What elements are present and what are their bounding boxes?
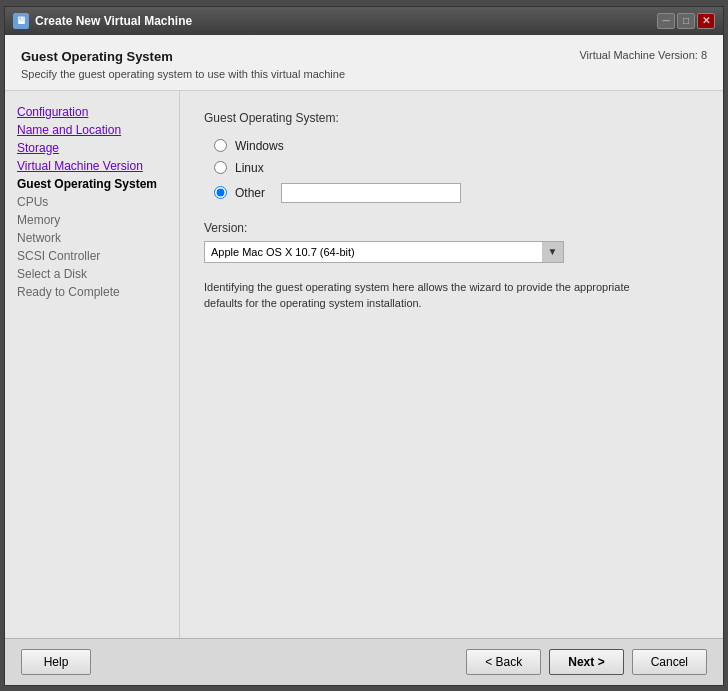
sidebar-item-guest-os: Guest Operating System bbox=[13, 175, 171, 193]
footer-right: < Back Next > Cancel bbox=[466, 649, 707, 675]
title-bar-left: 🖥 Create New Virtual Machine bbox=[13, 13, 192, 29]
minimize-button[interactable]: ─ bbox=[657, 13, 675, 29]
window-icon: 🖥 bbox=[13, 13, 29, 29]
radio-windows-label[interactable]: Windows bbox=[235, 139, 284, 153]
footer-left: Help bbox=[21, 649, 91, 675]
sidebar-item-network: Network bbox=[13, 229, 171, 247]
content-area: Guest Operating System: Windows Linux Ot… bbox=[180, 91, 723, 638]
sidebar-item-name-and-location[interactable]: Name and Location bbox=[13, 121, 171, 139]
other-text-input[interactable] bbox=[281, 183, 461, 203]
title-bar-controls: ─ □ ✕ bbox=[657, 13, 715, 29]
vm-version-label: Virtual Machine Version: 8 bbox=[579, 49, 707, 61]
radio-linux-label[interactable]: Linux bbox=[235, 161, 264, 175]
sidebar: Configuration Name and Location Storage … bbox=[5, 91, 180, 638]
footer: Help < Back Next > Cancel bbox=[5, 638, 723, 685]
next-button[interactable]: Next > bbox=[549, 649, 623, 675]
radio-row-windows: Windows bbox=[214, 139, 699, 153]
radio-row-other: Other bbox=[214, 183, 699, 203]
sidebar-item-select-a-disk: Select a Disk bbox=[13, 265, 171, 283]
cancel-button[interactable]: Cancel bbox=[632, 649, 707, 675]
sidebar-item-cpus: CPUs bbox=[13, 193, 171, 211]
main-content: Configuration Name and Location Storage … bbox=[5, 91, 723, 638]
radio-other-label[interactable]: Other bbox=[235, 186, 265, 200]
page-title: Guest Operating System bbox=[21, 49, 345, 64]
sidebar-item-storage[interactable]: Storage bbox=[13, 139, 171, 157]
radio-other[interactable] bbox=[214, 186, 227, 199]
sidebar-item-ready-to-complete: Ready to Complete bbox=[13, 283, 171, 301]
header-section: Guest Operating System Specify the guest… bbox=[5, 35, 723, 91]
title-bar: 🖥 Create New Virtual Machine ─ □ ✕ bbox=[5, 7, 723, 35]
radio-row-linux: Linux bbox=[214, 161, 699, 175]
sidebar-item-virtual-machine-version[interactable]: Virtual Machine Version bbox=[13, 157, 171, 175]
info-text: Identifying the guest operating system h… bbox=[204, 279, 664, 312]
version-section: Version: Apple Mac OS X 10.7 (64-bit) Ap… bbox=[204, 221, 699, 263]
radio-linux[interactable] bbox=[214, 161, 227, 174]
guest-os-section-label: Guest Operating System: bbox=[204, 111, 699, 125]
radio-windows[interactable] bbox=[214, 139, 227, 152]
window-title: Create New Virtual Machine bbox=[35, 14, 192, 28]
sidebar-item-memory: Memory bbox=[13, 211, 171, 229]
version-select-wrapper: Apple Mac OS X 10.7 (64-bit) Apple Mac O… bbox=[204, 241, 564, 263]
os-radio-group: Windows Linux Other bbox=[214, 139, 699, 203]
page-subtitle: Specify the guest operating system to us… bbox=[21, 68, 345, 80]
close-button[interactable]: ✕ bbox=[697, 13, 715, 29]
help-button[interactable]: Help bbox=[21, 649, 91, 675]
header-left: Guest Operating System Specify the guest… bbox=[21, 49, 345, 80]
sidebar-item-scsi-controller: SCSI Controller bbox=[13, 247, 171, 265]
main-window: 🖥 Create New Virtual Machine ─ □ ✕ Guest… bbox=[4, 6, 724, 686]
maximize-button[interactable]: □ bbox=[677, 13, 695, 29]
back-button[interactable]: < Back bbox=[466, 649, 541, 675]
sidebar-item-configuration[interactable]: Configuration bbox=[13, 103, 171, 121]
version-select[interactable]: Apple Mac OS X 10.7 (64-bit) Apple Mac O… bbox=[204, 241, 564, 263]
version-label: Version: bbox=[204, 221, 699, 235]
